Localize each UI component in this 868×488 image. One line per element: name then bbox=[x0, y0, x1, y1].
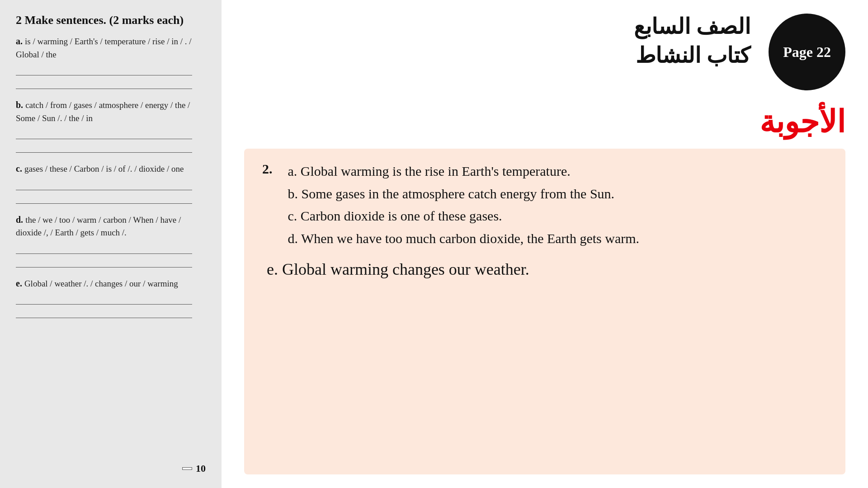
arabic-title-1: الصف السابع bbox=[634, 14, 750, 39]
answer-line bbox=[16, 143, 192, 153]
question-item: e. Global / weather /. / changes / our /… bbox=[16, 277, 206, 319]
question-label: e. bbox=[16, 278, 24, 288]
question-item: d. the / we / too / warm / carbon / When… bbox=[16, 214, 206, 267]
header-row: الصف السابع كتاب النشاط Page 22 bbox=[244, 14, 845, 90]
score-box: 10 bbox=[16, 463, 206, 474]
questions-container: a. is / warming / Earth's / temperature … bbox=[16, 35, 206, 328]
score-bracket bbox=[182, 467, 192, 470]
answer-line bbox=[16, 79, 192, 89]
arabic-title-2: كتاب النشاط bbox=[636, 42, 750, 68]
question-item: c. gases / these / Carbon / is / of /. /… bbox=[16, 163, 206, 204]
left-panel: 2 Make sentences. (2 marks each) a. is /… bbox=[0, 0, 222, 488]
question-text: is / warming / Earth's / temperature / r… bbox=[16, 37, 192, 59]
answer-line bbox=[16, 258, 192, 267]
question-item: a. is / warming / Earth's / temperature … bbox=[16, 35, 206, 89]
answer-item: c. Carbon dioxide is one of these gases. bbox=[288, 206, 640, 226]
answers-title: الأجوبة bbox=[244, 104, 845, 140]
right-panel: الصف السابع كتاب النشاط Page 22 الأجوبة … bbox=[222, 0, 868, 488]
answer-line bbox=[16, 129, 192, 139]
answer-line bbox=[16, 180, 192, 190]
section2-header: 2. a. Global warming is the rise in Eart… bbox=[262, 161, 827, 248]
question-label: d. bbox=[16, 215, 25, 225]
question-label: a. bbox=[16, 36, 25, 46]
question-text: Global / weather /. / changes / our / wa… bbox=[24, 279, 178, 288]
question-header: 2 Make sentences. (2 marks each) bbox=[16, 14, 206, 27]
page-circle-text: Page 22 bbox=[783, 44, 831, 61]
question-text: the / we / too / warm / carbon / When / … bbox=[16, 215, 181, 238]
arabic-titles: الصف السابع كتاب النشاط bbox=[634, 14, 750, 68]
question-label: b. bbox=[16, 100, 25, 110]
answer-item: b. Some gases in the atmosphere catch en… bbox=[288, 184, 640, 204]
answers-box: 2. a. Global warming is the rise in Eart… bbox=[244, 149, 845, 474]
answer-list: a. Global warming is the rise in Earth's… bbox=[279, 161, 640, 248]
question-label: c. bbox=[16, 164, 24, 174]
answer-line bbox=[16, 308, 192, 318]
question-text: gases / these / Carbon / is / of /. / di… bbox=[24, 164, 184, 174]
score-number: 10 bbox=[196, 463, 206, 474]
answer-section-num: 2. bbox=[262, 161, 273, 177]
question-item: b. catch / from / gases / atmosphere / e… bbox=[16, 99, 206, 153]
page-circle: Page 22 bbox=[769, 14, 845, 90]
answer-line bbox=[16, 244, 192, 254]
answer-item: a. Global warming is the rise in Earth's… bbox=[288, 161, 640, 181]
question-text: catch / from / gases / atmosphere / ener… bbox=[16, 100, 190, 123]
answer-line bbox=[16, 295, 192, 305]
answer-line bbox=[16, 66, 192, 75]
answer-line bbox=[16, 194, 192, 204]
answer-item: d. When we have too much carbon dioxide,… bbox=[288, 229, 640, 249]
answer-e: e. Global warming changes our weather. bbox=[262, 260, 827, 279]
